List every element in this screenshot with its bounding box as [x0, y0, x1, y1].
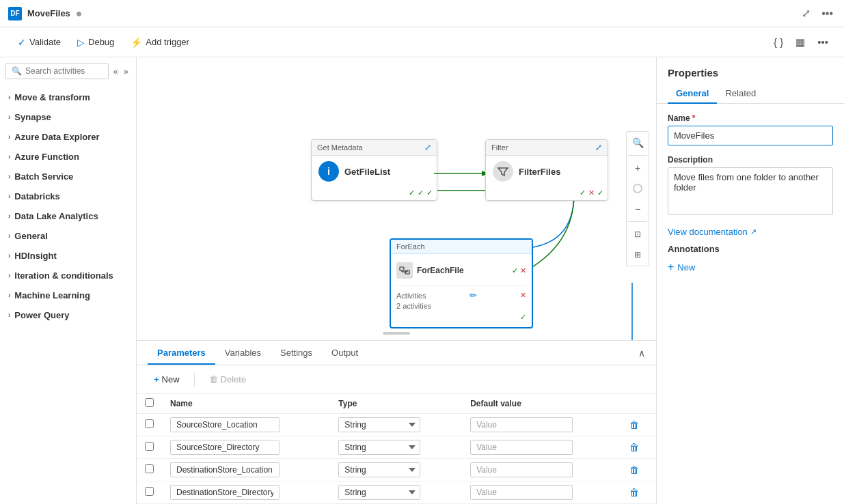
param-value-input[interactable] — [470, 417, 573, 432]
tab-output[interactable]: Output — [322, 342, 368, 365]
new-param-btn[interactable]: + New — [148, 371, 186, 388]
overflow-menu-btn[interactable]: ••• — [819, 5, 836, 23]
zoom-out-btn[interactable]: − — [628, 199, 647, 219]
row-checkbox[interactable] — [145, 419, 154, 428]
plus-icon: + — [668, 261, 674, 273]
param-delete-btn[interactable]: 🗑 — [629, 487, 639, 498]
param-delete-btn[interactable]: 🗑 — [629, 464, 639, 475]
maximize-btn[interactable]: ⤢ — [799, 4, 813, 23]
zoom-in-btn[interactable]: + — [628, 158, 647, 178]
top-bar: DF MoveFiles ● ⤢ ••• — [0, 0, 844, 27]
param-delete-btn[interactable]: 🗑 — [629, 419, 639, 430]
param-name-input[interactable] — [170, 485, 280, 500]
chevron-icon: › — [8, 272, 10, 279]
props-tab-general[interactable]: General — [668, 84, 717, 104]
trigger-icon: ⚡ — [131, 37, 142, 48]
param-type-select[interactable]: StringIntFloatBoolArrayObjectSecureStrin… — [338, 485, 420, 500]
layout-btn[interactable]: ▦ — [791, 33, 810, 52]
nav-item-label: Data Lake Analytics — [14, 211, 98, 221]
sidebar-item-machine-learning[interactable]: › Machine Learning — [0, 285, 136, 305]
foreach-activities: Activities ✏ ✕ — [396, 285, 526, 300]
foreach-bottom-check: ✓ — [520, 313, 526, 322]
row-checkbox[interactable] — [145, 487, 154, 496]
select-all-checkbox[interactable] — [145, 398, 154, 407]
sidebar-item-hdinsight[interactable]: › HDInsight — [0, 246, 136, 266]
external-link-icon: ↗ — [750, 227, 757, 236]
main-toolbar: ✓ Validate ▷ Debug ⚡ Add trigger { } ▦ •… — [0, 27, 844, 57]
foreach-check-icon: ✓ — [512, 266, 518, 275]
foreach-delete-icon[interactable]: ✕ — [520, 291, 526, 300]
search-input[interactable] — [25, 66, 103, 76]
properties-panel: Properties General Related Name * Descri… — [656, 57, 844, 504]
search-canvas-btn[interactable]: 🔍 — [628, 133, 647, 152]
error-cross-icon: ✕ — [588, 188, 595, 197]
add-annotation-btn[interactable]: + New — [668, 260, 695, 275]
more-menu-btn[interactable]: ••• — [813, 33, 833, 51]
zoom-indicator — [633, 184, 642, 193]
name-label: Name * — [668, 113, 833, 123]
param-name-input[interactable] — [170, 440, 280, 455]
nav-item-label: Azure Data Explorer — [14, 132, 99, 142]
foreach-node[interactable]: ForEach — [390, 238, 533, 328]
description-textarea[interactable]: Move files from one folder to another fo… — [668, 167, 833, 215]
foreach-count: 2 activities — [396, 300, 526, 310]
sidebar-item-move-transform[interactable]: › Move & transform — [0, 87, 136, 107]
chevron-icon: › — [8, 212, 10, 220]
add-trigger-btn[interactable]: ⚡ Add trigger — [124, 33, 196, 52]
name-input[interactable] — [668, 126, 833, 145]
sidebar-item-azure-function[interactable]: › Azure Function — [0, 147, 136, 167]
tab-variables[interactable]: Variables — [215, 342, 271, 365]
canvas-controls: 🔍 + − ⊡ ⊞ — [626, 131, 649, 266]
success-check-icon2: ✓ — [597, 188, 603, 197]
view-docs-link[interactable]: View documentation ↗ — [668, 227, 833, 237]
param-delete-btn[interactable]: 🗑 — [629, 442, 639, 453]
param-type-select[interactable]: StringIntFloatBoolArrayObjectSecureStrin… — [338, 462, 420, 477]
delete-param-btn[interactable]: 🗑 Delete — [203, 371, 253, 388]
param-name-input[interactable] — [170, 462, 280, 477]
code-view-btn[interactable]: { } — [769, 33, 788, 51]
plus-icon: + — [154, 374, 159, 384]
get-metadata-node[interactable]: Get Metadata ⤢ i GetFileList ✓ ✓ ✓ — [311, 139, 437, 201]
sidebar-item-synapse[interactable]: › Synapse — [0, 107, 136, 127]
debug-btn[interactable]: ▷ Debug — [70, 33, 121, 52]
sidebar-item-general[interactable]: › General — [0, 226, 136, 246]
sidebar-item-data-lake-analytics[interactable]: › Data Lake Analytics — [0, 206, 136, 226]
sidebar-item-azure-data-explorer[interactable]: › Azure Data Explorer — [0, 127, 136, 147]
props-tab-related[interactable]: Related — [717, 84, 764, 104]
required-indicator: * — [692, 113, 696, 123]
layout-btn[interactable]: ⊞ — [628, 245, 647, 264]
chevron-icon: › — [8, 94, 10, 101]
sidebar-item-power-query[interactable]: › Power Query — [0, 305, 136, 325]
validate-btn[interactable]: ✓ Validate — [11, 33, 68, 52]
table-row: StringIntFloatBoolArrayObjectSecureStrin… — [137, 481, 656, 504]
param-value-input[interactable] — [470, 462, 573, 477]
collapse-all-btn[interactable]: « — [111, 65, 120, 78]
chevron-icon: › — [8, 292, 10, 299]
search-box[interactable]: 🔍 — [5, 63, 109, 79]
foreach-header: ForEach — [391, 240, 532, 254]
row-checkbox[interactable] — [145, 442, 154, 451]
nav-item-label: HDInsight — [14, 251, 56, 261]
sidebar-item-databricks[interactable]: › Databricks — [0, 186, 136, 206]
param-value-input[interactable] — [470, 440, 573, 455]
divider — [628, 155, 647, 156]
param-value-input[interactable] — [470, 485, 573, 500]
param-type-select[interactable]: StringIntFloatBoolArrayObjectSecureStrin… — [338, 417, 420, 432]
main-layout: 🔍 « » › Move & transform › Synapse › Azu… — [0, 57, 844, 504]
expand-all-btn[interactable]: » — [122, 65, 131, 78]
success-check-icon: ✓ — [409, 188, 415, 197]
pipeline-canvas[interactable]: Get Metadata ⤢ i GetFileList ✓ ✓ ✓ — [137, 57, 656, 340]
sidebar-item-iteration-conditionals[interactable]: › Iteration & conditionals — [0, 266, 136, 285]
foreach-edit-btn[interactable]: ✏ — [469, 290, 477, 300]
foreach-item: ForEachFile ✓ ✕ — [396, 260, 526, 281]
panel-collapse-btn[interactable]: ∧ — [638, 348, 645, 359]
tab-settings[interactable]: Settings — [271, 342, 322, 365]
pipeline-canvas-container[interactable]: Get Metadata ⤢ i GetFileList ✓ ✓ ✓ — [137, 57, 656, 340]
param-name-input[interactable] — [170, 417, 280, 432]
param-type-select[interactable]: StringIntFloatBoolArrayObjectSecureStrin… — [338, 440, 420, 455]
filter-node[interactable]: Filter ⤢ FilterFiles ✓ ✕ — [485, 139, 608, 201]
row-checkbox[interactable] — [145, 464, 154, 473]
fit-view-btn[interactable]: ⊡ — [628, 225, 647, 244]
sidebar-item-batch-service[interactable]: › Batch Service — [0, 167, 136, 186]
tab-parameters[interactable]: Parameters — [148, 342, 215, 365]
